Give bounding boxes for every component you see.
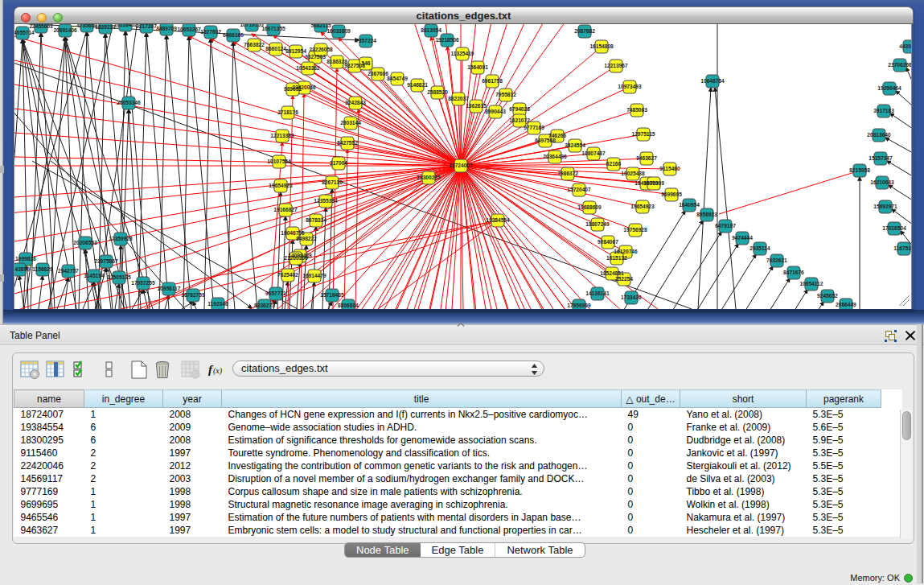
svg-text:746266: 746266 xyxy=(548,133,566,138)
svg-text:17956909: 17956909 xyxy=(567,303,591,308)
svg-text:8267130: 8267130 xyxy=(322,179,343,185)
svg-text:20813640: 20813640 xyxy=(867,132,891,138)
svg-text:19046756: 19046756 xyxy=(281,230,305,236)
svg-text:6961758: 6961758 xyxy=(482,78,503,84)
svg-text:10648784: 10648784 xyxy=(700,78,725,84)
svg-text:9657771: 9657771 xyxy=(265,290,286,296)
svg-text:19756928: 19756928 xyxy=(623,227,647,233)
svg-text:15157347: 15157347 xyxy=(869,155,893,161)
svg-text:10719155: 10719155 xyxy=(240,24,264,27)
svg-text:9115460: 9115460 xyxy=(659,166,680,171)
svg-text:18807249: 18807249 xyxy=(585,221,610,227)
svg-text:20691406: 20691406 xyxy=(53,27,77,33)
svg-text:12355394: 12355394 xyxy=(314,198,338,204)
svg-text:10025438: 10025438 xyxy=(621,171,645,176)
svg-text:10107554: 10107554 xyxy=(267,159,291,164)
svg-text:8427552: 8427552 xyxy=(337,140,358,146)
svg-text:1733426: 1733426 xyxy=(621,295,642,300)
svg-text:10228452: 10228452 xyxy=(113,24,138,27)
svg-text:7986372: 7986372 xyxy=(557,171,578,176)
svg-text:6794028: 6794028 xyxy=(509,106,530,112)
svg-text:14055714: 14055714 xyxy=(14,30,35,35)
svg-text:8215958: 8215958 xyxy=(849,167,870,173)
svg-text:15716485: 15716485 xyxy=(320,292,344,298)
svg-text:1362615: 1362615 xyxy=(466,103,487,109)
svg-text:9463627: 9463627 xyxy=(636,155,657,161)
svg-text:1167534: 1167534 xyxy=(893,245,912,251)
svg-text:1156829: 1156829 xyxy=(32,266,53,272)
svg-text:3917183: 3917183 xyxy=(873,108,894,113)
svg-text:8678334: 8678334 xyxy=(306,217,326,223)
svg-text:16120746: 16120746 xyxy=(614,249,638,254)
svg-text:1999828: 1999828 xyxy=(15,256,36,262)
svg-text:21200396: 21200396 xyxy=(284,255,308,261)
svg-text:1564091: 1564091 xyxy=(467,64,488,70)
svg-text:9242843: 9242843 xyxy=(345,100,366,105)
svg-text:17957255: 17957255 xyxy=(131,280,155,286)
svg-text:19166827: 19166827 xyxy=(273,207,298,212)
svg-text:14136141: 14136141 xyxy=(585,290,610,296)
svg-text:9084067: 9084067 xyxy=(598,239,618,245)
svg-text:16671355: 16671355 xyxy=(261,26,285,31)
svg-text:15720407: 15720407 xyxy=(567,187,591,192)
svg-text:9217207: 9217207 xyxy=(136,24,157,29)
svg-text:16782759: 16782759 xyxy=(181,292,205,298)
svg-text:1640954: 1640954 xyxy=(679,202,700,208)
svg-text:8806804: 8806804 xyxy=(338,303,359,308)
svg-text:20206553: 20206553 xyxy=(73,240,97,245)
svg-text:8336273: 8336273 xyxy=(254,303,275,308)
svg-text:19299464: 19299464 xyxy=(877,85,901,91)
svg-text:11325419: 11325419 xyxy=(451,51,474,56)
svg-text:19218506: 19218506 xyxy=(435,37,459,43)
svg-text:6497568: 6497568 xyxy=(535,138,556,143)
svg-text:20364436: 20364436 xyxy=(543,154,567,159)
svg-text:8912954: 8912954 xyxy=(285,48,306,54)
svg-text:8471676: 8471676 xyxy=(783,270,804,275)
svg-text:8498222: 8498222 xyxy=(296,236,317,241)
svg-text:23706266: 23706266 xyxy=(888,62,912,68)
svg-text:23226058: 23226058 xyxy=(309,47,333,52)
svg-text:2066449: 2066449 xyxy=(836,302,856,307)
svg-text:10653267: 10653267 xyxy=(177,27,201,32)
svg-text:12975115: 12975115 xyxy=(632,131,655,137)
svg-text:4439167: 4439167 xyxy=(899,43,912,49)
svg-text:18524851: 18524851 xyxy=(600,270,624,276)
svg-text:9699695: 9699695 xyxy=(661,192,682,197)
svg-text:1145194: 1145194 xyxy=(84,273,105,278)
svg-text:9146821: 9146821 xyxy=(407,82,428,88)
svg-text:989651: 989651 xyxy=(284,86,302,92)
svg-text:9474444: 9474444 xyxy=(732,235,753,241)
svg-text:23975867: 23975867 xyxy=(94,258,118,264)
svg-text:2588520: 2588520 xyxy=(427,89,448,95)
svg-text:1527602: 1527602 xyxy=(200,29,221,35)
svg-text:8958923: 8958923 xyxy=(696,212,717,217)
svg-text:20053346: 20053346 xyxy=(117,100,141,105)
svg-text:2803144: 2803144 xyxy=(340,120,361,126)
svg-text:6479197: 6479197 xyxy=(715,223,736,229)
svg-text:10973493: 10973493 xyxy=(618,84,642,89)
svg-text:8660124: 8660124 xyxy=(265,46,286,51)
svg-text:62160: 62160 xyxy=(606,161,622,167)
svg-text:7357224: 7357224 xyxy=(355,38,376,43)
svg-text:1615132: 1615132 xyxy=(606,255,627,261)
svg-text:16154808: 16154808 xyxy=(589,43,614,49)
svg-text:10807487: 10807487 xyxy=(581,150,606,156)
svg-text:8813054: 8813054 xyxy=(421,27,441,33)
svg-text:9245652: 9245652 xyxy=(817,293,838,299)
svg-text:1890399: 1890399 xyxy=(643,180,664,186)
svg-text:2942757: 2942757 xyxy=(58,268,79,274)
svg-text:17016504: 17016504 xyxy=(882,225,906,231)
svg-text:17359928: 17359928 xyxy=(109,236,133,241)
svg-text:7663822: 7663822 xyxy=(244,42,265,47)
svg-text:3824554: 3824554 xyxy=(565,142,585,148)
svg-text:9327503: 9327503 xyxy=(305,54,326,60)
svg-text:1621072: 1621072 xyxy=(509,117,530,123)
svg-text:317004: 317004 xyxy=(330,160,347,166)
svg-text:10958117: 10958117 xyxy=(157,286,180,291)
svg-text:2367606: 2367606 xyxy=(368,71,388,76)
svg-text:18724007: 18724007 xyxy=(449,163,473,168)
svg-text:252254: 252254 xyxy=(615,276,633,282)
svg-text:16033809: 16033809 xyxy=(326,28,351,34)
svg-text:10688609: 10688609 xyxy=(577,204,602,210)
svg-text:2087682: 2087682 xyxy=(574,28,595,34)
